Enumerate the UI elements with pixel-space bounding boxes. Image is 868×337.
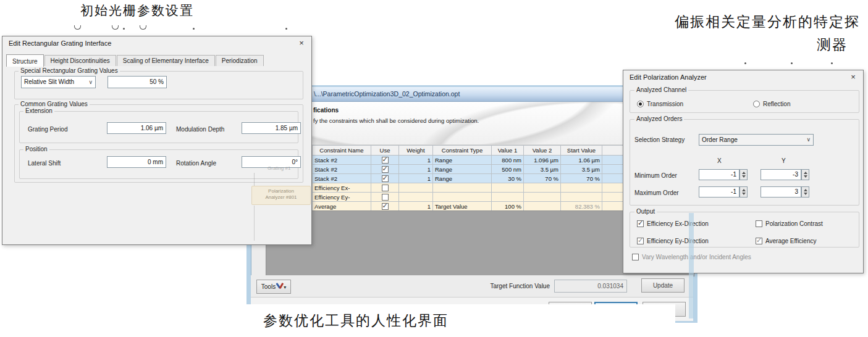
table-cell[interactable]: 70 % [524,174,561,183]
table-cell[interactable]: Stack #2 [313,174,371,183]
dialog-title: Edit Rectangular Grating Interface [9,40,111,47]
use-checkbox-cell[interactable] [371,174,399,183]
table-cell[interactable]: Efficiency Ex- [313,183,371,193]
table-cell[interactable]: 3.5 µm [524,165,561,174]
table-cell[interactable]: 1 [399,156,433,165]
table-cell[interactable]: 70 % [561,174,602,183]
checkbox-checked-icon[interactable] [382,157,389,164]
cropped-text-artifact [74,25,81,30]
rotation-angle-label: Rotation Angle [176,160,216,167]
table-cell[interactable]: 100 % [492,202,524,211]
minimum-order-y-spinner[interactable] [801,169,809,180]
chevron-down-icon: ∨ [806,135,811,145]
table-cell[interactable]: Target Value [433,202,492,211]
use-checkbox-cell[interactable] [371,156,399,165]
checkbox-checked-icon[interactable] [382,203,389,210]
tab-height-discontinuities[interactable]: Height Discontinuities [44,55,116,66]
selection-strategy-dropdown[interactable]: Order Range ∨ [699,134,814,146]
maximum-order-x-field[interactable]: -1 [699,186,739,198]
table-cell[interactable]: 1 [399,174,433,183]
radio-reflection[interactable]: Reflection [753,98,790,109]
edit-polarization-analyzer-dialog: Edit Polarization Analyzer × Analyzed Ch… [623,70,864,273]
table-cell[interactable] [433,183,492,193]
col-header-weight[interactable]: Weight [399,146,433,156]
target-function-value-field: 0.031034 [554,280,627,293]
output-group-label: Output [634,208,657,215]
maximum-order-y-spinner[interactable] [801,186,809,198]
table-cell[interactable] [524,193,561,202]
tab-periodization[interactable]: Periodization [216,55,264,66]
checkbox-checked-icon[interactable] [382,166,389,173]
minimum-order-y-field[interactable]: -3 [761,169,801,180]
table-cell[interactable]: 1 [399,202,433,211]
minimum-order-x-spinner[interactable] [739,169,748,180]
update-button[interactable]: Update [641,278,685,293]
tab-scaling-elementary-interface[interactable]: Scaling of Elementary Interface [117,55,215,66]
checkbox-checked-icon[interactable] [382,175,389,182]
output-checkbox-polarization-contrast[interactable]: Polarization Contrast [756,218,853,229]
col-header-use[interactable]: Use [371,146,399,156]
dialog-title: Edit Polarization Analyzer [630,73,707,81]
table-cell[interactable] [399,183,433,193]
col-header-value-1[interactable]: Value 1 [492,146,524,156]
maximum-order-x-spinner[interactable] [739,186,748,198]
checkbox-unchecked-icon[interactable] [382,194,389,201]
table-cell[interactable]: Range [433,156,492,165]
slit-width-value-field[interactable]: 50 % [107,76,167,88]
use-checkbox-cell[interactable] [371,183,399,193]
checkbox-unchecked-icon[interactable] [382,185,389,191]
radio-transmission[interactable]: Transmission [637,98,683,109]
table-cell[interactable] [524,202,561,211]
table-cell[interactable] [492,183,524,193]
checkbox-unchecked-icon [756,220,762,227]
table-cell[interactable]: 500 nm [492,165,524,174]
close-icon[interactable]: × [848,72,858,82]
col-header-value-2[interactable]: Value 2 [524,146,561,156]
target-function-value-label: Target Function Value [251,283,550,289]
analyzed-orders-label: Analyzed Orders [634,115,684,122]
table-cell[interactable] [433,193,492,202]
grating-period-field[interactable]: 1.06 µm [107,122,166,134]
slit-width-dropdown[interactable]: Relative Slit Width ∨ [21,76,96,88]
minimum-order-x-field[interactable]: -1 [699,169,739,180]
maximum-order-y-field[interactable]: 3 [761,186,801,198]
use-checkbox-cell[interactable] [371,202,399,211]
table-cell[interactable]: 3.5 µm [561,165,602,174]
rotation-angle-field[interactable]: 0° [242,156,301,168]
table-cell[interactable]: 1 [399,165,433,174]
table-cell[interactable]: 1.096 µm [524,156,561,165]
slit-width-dropdown-value: Relative Slit Width [24,78,74,85]
table-cell[interactable]: Stack #2 [313,156,371,165]
tab-structure[interactable]: Structure [6,54,44,67]
cropped-text-artifact [285,28,287,30]
table-cell[interactable] [524,183,561,193]
table-cell[interactable] [561,193,602,202]
lateral-shift-field[interactable]: 0 mm [107,156,166,168]
table-cell[interactable] [492,193,524,202]
output-checkbox-average-efficiency[interactable]: Average Efficiency [756,235,853,246]
col-header-start-value[interactable]: Start Value [561,146,602,156]
close-icon[interactable]: × [297,38,306,48]
minimum-order-label: Minimum Order [634,172,677,179]
table-cell[interactable] [399,193,433,202]
use-checkbox-cell[interactable] [371,193,399,202]
use-checkbox-cell[interactable] [371,165,399,174]
table-cell[interactable]: Range [433,174,492,183]
table-cell[interactable]: 82.383 % [561,202,602,211]
col-header-constraint-name[interactable]: Constraint Name [313,146,371,156]
table-cell[interactable]: 800 nm [492,156,524,165]
output-checkbox-efficiency-ey-direction[interactable]: Efficiency Ey-Direction [637,235,756,246]
modulation-depth-field[interactable]: 1.85 µm [242,122,301,134]
column-y-label: Y [782,157,786,164]
table-cell[interactable]: 1.06 µm [561,156,602,165]
output-checkbox-efficiency-ex-direction[interactable]: Efficiency Ex-Direction [637,218,756,229]
table-cell[interactable]: Range [433,165,492,174]
table-cell[interactable]: 30 % [492,174,524,183]
table-cell[interactable]: Average [313,202,371,211]
col-header-constraint-type[interactable]: Constraint Type [433,146,492,156]
table-cell[interactable] [561,183,602,193]
table-cell[interactable]: Stack #2 [313,165,371,174]
output-checkbox-label: Polarization Contrast [765,220,823,227]
cropped-text-artifact [791,62,793,64]
table-cell[interactable]: Efficiency Ey- [313,193,371,202]
